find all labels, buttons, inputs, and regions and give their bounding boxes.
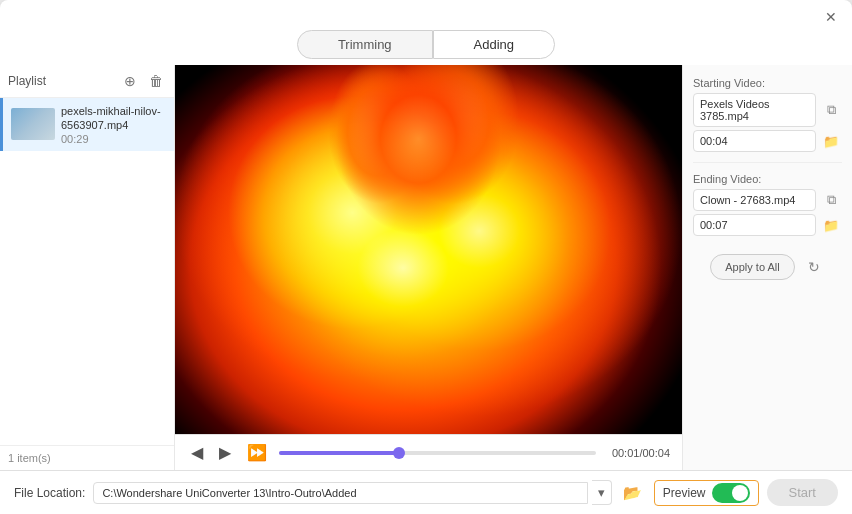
- add-item-icon[interactable]: ⊕: [120, 71, 140, 91]
- starting-video-label: Starting Video:: [693, 77, 842, 89]
- starting-video-section: Starting Video: Pexels Videos 3785.mp4 ⧉…: [693, 77, 842, 152]
- starting-video-input-group: Pexels Videos 3785.mp4 ⧉ 00:04 📁: [693, 93, 842, 152]
- delete-item-icon[interactable]: 🗑: [146, 71, 166, 91]
- close-button[interactable]: ✕: [822, 8, 840, 26]
- ending-video-copy-icon[interactable]: ⧉: [820, 189, 842, 211]
- right-panel: Starting Video: Pexels Videos 3785.mp4 ⧉…: [682, 65, 852, 470]
- sidebar-header: Playlist ⊕ 🗑: [0, 65, 174, 98]
- bottom-bar: File Location: ▾ 📂 Preview Start: [0, 470, 852, 514]
- starting-video-folder-icon[interactable]: 📁: [820, 130, 842, 152]
- prev-button[interactable]: ◀: [187, 441, 207, 464]
- file-path-container: ▾: [93, 480, 611, 505]
- thumbnail: [11, 108, 55, 140]
- preview-toggle-area: Preview: [654, 480, 759, 506]
- preview-label: Preview: [663, 486, 706, 500]
- ending-video-time-row: 00:07 📁: [693, 214, 842, 236]
- playlist-item-name: pexels-mikhail-nilov-6563907.mp4: [61, 104, 166, 133]
- list-item[interactable]: pexels-mikhail-nilov-6563907.mp4 00:29: [0, 98, 174, 151]
- playlist-info: pexels-mikhail-nilov-6563907.mp4 00:29: [61, 104, 166, 145]
- path-dropdown-button[interactable]: ▾: [592, 480, 612, 505]
- starting-video-copy-icon[interactable]: ⧉: [820, 99, 842, 121]
- open-folder-icon[interactable]: 📂: [620, 480, 646, 506]
- file-path-input[interactable]: [93, 482, 587, 504]
- tab-bar: Trimming Adding: [0, 30, 852, 59]
- ending-video-folder-icon[interactable]: 📁: [820, 214, 842, 236]
- sidebar: Playlist ⊕ 🗑 pexels-mikhail-nilov-656390…: [0, 65, 175, 470]
- start-button[interactable]: Start: [767, 479, 838, 506]
- time-display: 00:01/00:04: [612, 447, 670, 459]
- preview-toggle[interactable]: [712, 483, 750, 503]
- tab-adding[interactable]: Adding: [433, 30, 555, 59]
- apply-area: Apply to All ↻: [693, 254, 842, 280]
- ending-video-name-row: Clown - 27683.mp4 ⧉: [693, 189, 842, 211]
- next-button[interactable]: ⏩: [243, 441, 271, 464]
- ending-video-label: Ending Video:: [693, 173, 842, 185]
- toggle-knob: [732, 485, 748, 501]
- sidebar-title: Playlist: [8, 74, 46, 88]
- starting-video-name-input: Pexels Videos 3785.mp4: [693, 93, 816, 127]
- progress-track[interactable]: [279, 451, 596, 455]
- progress-fill: [279, 451, 399, 455]
- starting-video-time-row: 00:04 📁: [693, 130, 842, 152]
- main-area: Playlist ⊕ 🗑 pexels-mikhail-nilov-656390…: [0, 65, 852, 470]
- sidebar-footer: 1 item(s): [0, 445, 174, 470]
- play-button[interactable]: ▶: [215, 441, 235, 464]
- controls-bar: ◀ ▶ ⏩ 00:01/00:04: [175, 434, 682, 470]
- thumbnail-image: [11, 108, 55, 140]
- fire-overlay: [175, 65, 682, 434]
- ending-video-name-input: Clown - 27683.mp4: [693, 189, 816, 211]
- progress-thumb[interactable]: [393, 447, 405, 459]
- time-total: 00:04: [642, 447, 670, 459]
- playlist-item-duration: 00:29: [61, 133, 166, 145]
- progress-container[interactable]: [279, 451, 596, 455]
- video-preview: [175, 65, 682, 434]
- video-area: [175, 65, 682, 434]
- ending-video-input-group: Clown - 27683.mp4 ⧉ 00:07 📁: [693, 189, 842, 236]
- refresh-icon[interactable]: ↻: [803, 256, 825, 278]
- time-current: 00:01: [612, 447, 640, 459]
- apply-to-all-button[interactable]: Apply to All: [710, 254, 794, 280]
- ending-video-section: Ending Video: Clown - 27683.mp4 ⧉ 00:07 …: [693, 173, 842, 236]
- main-window: ✕ Trimming Adding Playlist ⊕ 🗑 pexels-mi…: [0, 0, 852, 514]
- divider: [693, 162, 842, 163]
- starting-video-name-row: Pexels Videos 3785.mp4 ⧉: [693, 93, 842, 127]
- file-location-label: File Location:: [14, 486, 85, 500]
- ending-video-time-input: 00:07: [693, 214, 816, 236]
- starting-video-time-input: 00:04: [693, 130, 816, 152]
- sidebar-icons: ⊕ 🗑: [120, 71, 166, 91]
- title-bar: ✕: [0, 0, 852, 30]
- tab-trimming[interactable]: Trimming: [297, 30, 433, 59]
- content-area: ◀ ▶ ⏩ 00:01/00:04: [175, 65, 682, 470]
- item-count: 1 item(s): [8, 452, 51, 464]
